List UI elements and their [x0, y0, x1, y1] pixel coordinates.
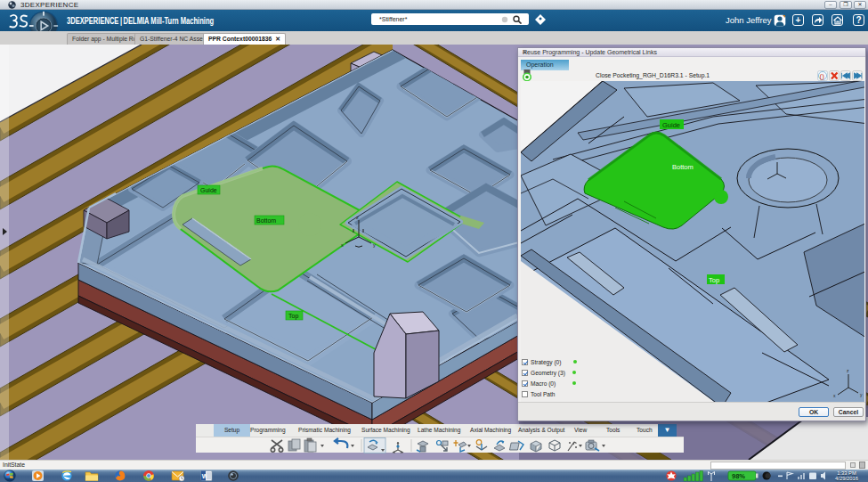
- svg-text:Top: Top: [709, 276, 719, 284]
- svg-text:Top: Top: [288, 313, 298, 320]
- svg-text:x: x: [341, 242, 344, 248]
- svg-text:W: W: [202, 473, 208, 479]
- svg-text:Guide: Guide: [662, 121, 680, 129]
- svg-text:98%: 98%: [732, 472, 745, 480]
- svg-text:Guide: Guide: [200, 187, 217, 193]
- svg-text:(): (): [820, 72, 825, 80]
- svg-text:Bottom: Bottom: [256, 217, 276, 224]
- svg-text:Bottom: Bottom: [672, 163, 694, 171]
- svg-text:y: y: [373, 242, 376, 248]
- svg-text:z: z: [356, 215, 359, 220]
